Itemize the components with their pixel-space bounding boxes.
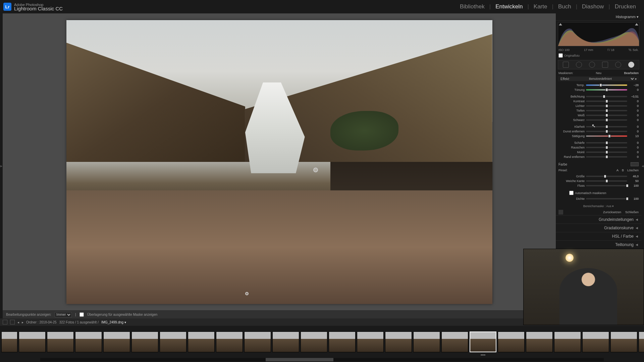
panel-gradationskurve[interactable]: Gradationskurve◀ — [556, 224, 641, 232]
mask-edit-button[interactable]: Bearbeiten — [624, 71, 639, 75]
filmstrip-thumb[interactable] — [357, 331, 384, 352]
farbe-swatch[interactable] — [631, 162, 639, 166]
slider-rauschen[interactable]: Rauschen0 — [558, 145, 639, 150]
slider-thumb[interactable] — [605, 104, 608, 108]
histogram-header[interactable]: Histogramm ▾ — [556, 13, 641, 21]
grid-view-icon[interactable] — [10, 320, 15, 324]
brush-erase-button[interactable]: Löschen — [627, 169, 639, 172]
slider-temp[interactable]: Temp.−28 — [558, 83, 639, 87]
slider-track[interactable] — [586, 147, 627, 148]
slider-schwarz[interactable]: Schwarz0 — [558, 118, 639, 122]
slider-track[interactable] — [586, 131, 627, 132]
clipping-shadows-icon[interactable] — [559, 23, 562, 25]
edit-points-mode[interactable]: Immer — [55, 312, 72, 317]
slider-value[interactable]: 46,0 — [629, 175, 639, 178]
slider-thumb[interactable] — [605, 179, 608, 183]
main-photo[interactable] — [66, 20, 492, 304]
slider-value[interactable]: −0,51 — [629, 95, 639, 98]
slider-value[interactable]: 0 — [629, 100, 639, 103]
slider-thumb[interactable] — [605, 141, 608, 144]
slider-schrfe[interactable]: Schärfe0 — [558, 140, 639, 145]
adjustment-pin[interactable] — [245, 292, 249, 295]
module-bibliothek[interactable]: Bibliothek — [455, 3, 489, 10]
slider-track[interactable] — [586, 119, 627, 121]
module-entwickeln[interactable]: Entwickeln — [491, 3, 527, 10]
slider-track[interactable] — [586, 110, 627, 111]
filmstrip-thumb[interactable] — [329, 331, 356, 352]
slider-track[interactable] — [586, 142, 627, 143]
slider-value[interactable]: 0 — [629, 114, 639, 117]
slider-track[interactable] — [586, 135, 627, 137]
folder-path[interactable]: Ordner : 2018-04-25 — [26, 320, 57, 324]
current-filename[interactable]: IMG_2499.dng ▾ — [101, 320, 126, 324]
slider-tnung[interactable]: Tönung0 — [558, 87, 639, 92]
automask-checkbox[interactable] — [569, 191, 574, 195]
slider-track[interactable] — [586, 185, 627, 186]
slider-thumb[interactable] — [605, 130, 608, 133]
slider-thumb[interactable] — [626, 197, 629, 200]
module-buch[interactable]: Buch — [553, 3, 576, 10]
slider-value[interactable]: 100 — [629, 197, 639, 200]
slider-thumb[interactable] — [605, 146, 608, 149]
filmstrip-thumb[interactable] — [526, 331, 553, 352]
filmstrip-thumb[interactable] — [131, 331, 158, 352]
slider-dunstentfernen[interactable]: Dunst entfernen0 — [558, 129, 639, 134]
nav-back-icon[interactable]: ◂ — [17, 320, 19, 324]
filmstrip-thumb[interactable] — [413, 331, 440, 352]
slider-tiefen[interactable]: Tiefen0 — [558, 108, 639, 113]
slider-track[interactable] — [586, 152, 627, 153]
slider-value[interactable]: 0 — [629, 155, 639, 159]
reset-button[interactable]: Zurücksetzen — [603, 210, 621, 214]
adjustment-pin[interactable] — [313, 168, 318, 172]
brush-b-button[interactable]: B — [622, 169, 624, 172]
filmstrip-thumb[interactable] — [301, 331, 327, 352]
slider-wei[interactable]: Weiß0 — [558, 113, 639, 118]
slider-gre[interactable]: Größe46,0 — [558, 174, 639, 179]
slider-track[interactable] — [586, 101, 627, 102]
panel-hslfarbe[interactable]: HSL / Farbe◀ — [556, 232, 641, 240]
slider-track[interactable] — [586, 89, 627, 90]
filmstrip-thumb[interactable] — [160, 331, 186, 352]
slider-thumb[interactable] — [608, 134, 611, 138]
slider-value[interactable]: 0 — [629, 141, 639, 144]
slider-track[interactable] — [586, 105, 627, 107]
slider-fluss[interactable]: Fluss100 — [558, 183, 639, 188]
slider-thumb[interactable] — [605, 109, 608, 112]
clipping-highlights-icon[interactable] — [635, 23, 638, 25]
slider-randentfernen[interactable]: Rand entfernen0 — [558, 155, 639, 159]
slider-track[interactable] — [586, 126, 627, 127]
module-karte[interactable]: Karte — [529, 3, 552, 10]
filmstrip-thumb[interactable] — [385, 331, 412, 352]
filmstrip-thumb[interactable] — [554, 331, 581, 352]
slider-value[interactable]: 0 — [629, 104, 639, 108]
effect-chevron-icon[interactable]: ▾ — [635, 77, 637, 81]
slider-thumb[interactable] — [599, 83, 602, 87]
slider-lichter[interactable]: Lichter0 — [558, 104, 639, 108]
filmstrip-thumb[interactable] — [47, 331, 74, 352]
slider-value[interactable]: 0 — [629, 109, 639, 112]
panel-grundeinstellungen[interactable]: Grundeinstellungen◀ — [556, 215, 641, 224]
slider-klarheit[interactable]: Klarheit0 — [558, 124, 639, 129]
left-panel-toggle[interactable]: ▸ — [0, 13, 3, 318]
slider-value[interactable]: 100 — [629, 184, 639, 187]
filmstrip-thumb[interactable] — [441, 331, 468, 352]
slider-thumb[interactable] — [626, 184, 629, 187]
slider-track[interactable] — [586, 198, 627, 199]
filmstrip-thumb[interactable] — [582, 331, 609, 352]
crop-tool-icon[interactable] — [563, 62, 569, 68]
slider-thumb[interactable] — [605, 118, 608, 122]
slider-track[interactable] — [586, 176, 627, 177]
module-diashow[interactable]: Diashow — [577, 3, 608, 10]
filmstrip-scrollbar[interactable] — [40, 358, 604, 361]
brush-tool-icon[interactable] — [628, 62, 634, 68]
slider-dichte[interactable]: Dichte100 — [558, 196, 639, 201]
close-button[interactable]: Schließen — [625, 210, 639, 214]
filmstrip-thumb[interactable] — [244, 331, 271, 352]
filmstrip-thumb[interactable] — [470, 331, 496, 352]
filmstrip-thumb[interactable] — [639, 331, 644, 352]
filmstrip-thumb[interactable] — [610, 331, 637, 352]
slider-value[interactable]: 13 — [629, 134, 639, 138]
slider-thumb[interactable] — [605, 88, 608, 92]
spot-tool-icon[interactable] — [576, 62, 582, 68]
nav-fwd-icon[interactable]: ▸ — [22, 320, 23, 324]
